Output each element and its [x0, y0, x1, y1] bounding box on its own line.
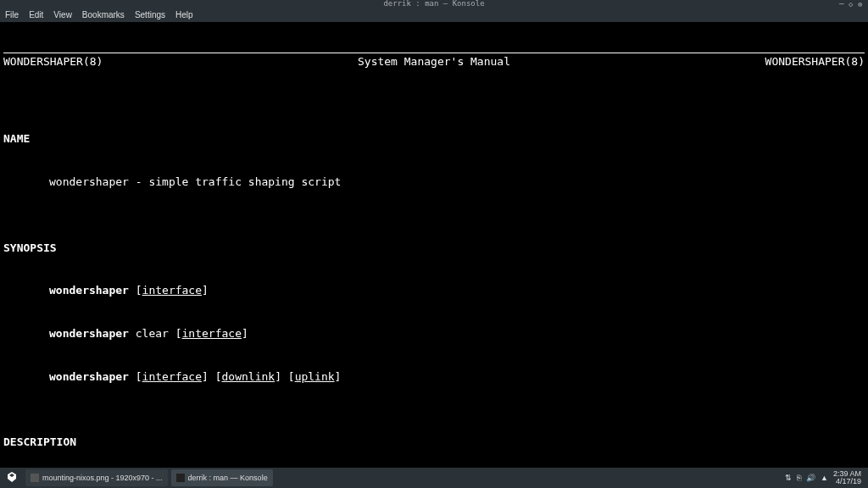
synopsis-line-3: wondershaper [interface] [downlink] [upl… [3, 370, 865, 385]
menu-edit[interactable]: Edit [29, 10, 43, 19]
clock-date: 4/17/19 [833, 478, 861, 485]
menu-file[interactable]: File [5, 10, 19, 19]
window-controls: ─ ◇ ⊗ [839, 0, 865, 7]
section-description: DESCRIPTION [3, 435, 865, 450]
network-icon[interactable]: ⇅ [785, 474, 792, 482]
window-title: derrik : man — Konsole [383, 0, 484, 8]
system-tray: ⇅ ⎘ 🔊 ▲ 2:39 AM 4/17/19 [778, 470, 868, 485]
terminal-icon [176, 474, 185, 482]
clipboard-icon[interactable]: ⎘ [797, 474, 801, 482]
name-line: wondershaper - simple traffic shaping sc… [3, 175, 865, 190]
chevron-up-icon[interactable]: ▲ [821, 474, 828, 482]
minimize-icon[interactable]: ─ [839, 0, 846, 7]
synopsis-line-1: wondershaper [interface] [3, 284, 865, 298]
menu-bookmarks[interactable]: Bookmarks [82, 10, 125, 19]
man-header-left: WONDERSHAPER(8) [3, 55, 103, 69]
close-icon[interactable]: ⊗ [858, 0, 865, 7]
task-item-image[interactable]: mounting-nixos.png - 1920x970 - ... [25, 469, 168, 486]
man-header: WONDERSHAPER(8) System Manager's Manual … [3, 53, 865, 69]
man-header-center: System Manager's Manual [358, 55, 510, 69]
section-synopsis: SYNOPSIS [3, 241, 865, 256]
task-item-konsole[interactable]: derrik : man — Konsole [171, 469, 273, 486]
app-launcher-icon[interactable] [0, 468, 24, 488]
taskbar: mounting-nixos.png - 1920x970 - ... derr… [0, 468, 868, 488]
menu-view[interactable]: View [53, 10, 72, 19]
maximize-icon[interactable]: ◇ [849, 0, 855, 7]
clock[interactable]: 2:39 AM 4/17/19 [833, 470, 861, 485]
menu-settings[interactable]: Settings [135, 10, 165, 19]
menubar: File Edit View Bookmarks Settings Help [0, 7, 868, 22]
volume-icon[interactable]: 🔊 [806, 474, 815, 482]
window-titlebar: derrik : man — Konsole ─ ◇ ⊗ [0, 0, 868, 7]
man-header-right: WONDERSHAPER(8) [765, 55, 865, 69]
image-icon [31, 474, 39, 482]
terminal[interactable]: WONDERSHAPER(8) System Manager's Manual … [0, 22, 868, 468]
menu-help[interactable]: Help [175, 10, 193, 19]
task-label: mounting-nixos.png - 1920x970 - ... [42, 474, 163, 482]
synopsis-line-2: wondershaper clear [interface] [3, 327, 865, 341]
section-name: NAME [3, 132, 865, 147]
task-label: derrik : man — Konsole [188, 474, 268, 482]
